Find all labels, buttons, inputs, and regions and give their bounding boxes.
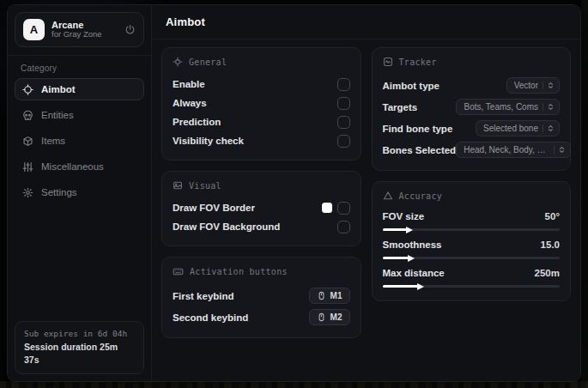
panel-title: Accuracy — [399, 191, 443, 201]
setting-row-draw-fov-background: Draw FOV Background — [173, 217, 350, 236]
enable-checkbox[interactable] — [337, 78, 350, 91]
keyboard-icon — [173, 266, 184, 277]
setting-row-prediction: Prediction — [173, 112, 350, 131]
setting-row-bones-selected: Bones Selected Head, Neck, Body, Pe.. — [383, 139, 561, 161]
fov-size-slider[interactable] — [383, 228, 561, 231]
slider-fill[interactable] — [383, 285, 418, 288]
focus-icon — [173, 57, 183, 67]
sidebar-item-label: Items — [41, 136, 65, 146]
subscription-card: Sub expires in 6d 04h Session duration 2… — [15, 321, 144, 374]
sidebar-item-label: Aimbot — [41, 84, 76, 94]
sidebar-item-settings[interactable]: Settings — [15, 181, 144, 203]
setting-label: Smoothness — [383, 239, 442, 250]
visibility-check-checkbox[interactable] — [337, 135, 350, 148]
session-duration-text: Session duration 25m 37s — [24, 341, 135, 368]
setting-row-first-keybind: First keybind M1 — [173, 285, 350, 306]
sidebar-item-aimbot[interactable]: Aimbot — [15, 78, 144, 100]
gear-icon — [22, 187, 33, 198]
setting-row-second-keybind: Second keybind M2 — [173, 306, 350, 328]
chevrons-up-down-icon — [543, 103, 555, 111]
game-background-strip — [0, 381, 588, 388]
sidebar-nav: Aimbot Entities Items — [8, 78, 151, 203]
setting-row-targets: Targets Bots, Teams, Coms — [383, 96, 561, 118]
slider-value: 15.0 — [541, 239, 560, 250]
panel-tracker: Tracker Aimbot type Vector — [372, 47, 572, 171]
slider-block-max-distance: Max distance 250m — [383, 265, 561, 288]
activity-icon — [383, 57, 393, 67]
skull-icon — [22, 110, 33, 121]
dropdown-value: Selected bone — [483, 124, 538, 133]
second-keybind-button[interactable]: M2 — [309, 309, 350, 325]
sidebar-item-items[interactable]: Items — [15, 130, 144, 152]
first-keybind-button[interactable]: M1 — [309, 288, 350, 304]
draw-fov-border-checkbox[interactable] — [337, 202, 350, 215]
panel-title: Visual — [189, 181, 221, 191]
setting-label: Bones Selected — [383, 145, 457, 155]
always-checkbox[interactable] — [337, 97, 350, 110]
mouse-icon — [317, 312, 326, 322]
app-logo: A — [23, 19, 45, 40]
max-distance-slider[interactable] — [383, 285, 561, 288]
setting-label: Targets — [383, 102, 418, 112]
package-icon — [22, 136, 33, 147]
setting-row-draw-fov-border: Draw FOV Border — [173, 198, 350, 217]
crosshair-icon — [22, 84, 33, 95]
game-background-edge — [581, 0, 588, 388]
slider-value: 250m — [535, 268, 560, 278]
dropdown-value: Vector — [514, 81, 538, 90]
prediction-checkbox[interactable] — [337, 116, 350, 129]
sidebar: A Arcane for Gray Zone Category Aimbot — [8, 5, 152, 381]
setting-row-find-bone-type: Find bone type Selected bone — [383, 118, 561, 139]
keybind-value: M1 — [330, 291, 342, 300]
sidebar-item-miscellaneous[interactable]: Miscellaneous — [15, 155, 144, 178]
setting-label: Second keybind — [173, 312, 248, 323]
slider-fill[interactable] — [383, 228, 408, 231]
draw-fov-background-checkbox[interactable] — [337, 221, 350, 233]
panel-title: Activation buttons — [190, 267, 288, 276]
setting-row-visibility-check: Visibility check — [173, 131, 350, 150]
sidebar-item-label: Miscellaneous — [41, 161, 104, 172]
sub-expires-text: Sub expires in 6d 04h — [24, 328, 135, 340]
panel-title: Tracker — [399, 58, 437, 67]
chevrons-up-down-icon — [543, 124, 555, 132]
slider-fill[interactable] — [383, 257, 409, 259]
panel-title: General — [189, 58, 227, 67]
keybind-value: M2 — [330, 312, 342, 322]
setting-label: Visibility check — [173, 136, 244, 146]
bones-selected-dropdown[interactable]: Head, Neck, Body, Pe.. — [456, 142, 571, 158]
aimbot-type-dropdown[interactable]: Vector — [506, 77, 560, 94]
find-bone-type-dropdown[interactable]: Selected bone — [476, 120, 560, 136]
chevrons-up-down-icon — [543, 82, 555, 89]
panel-general: General Enable Always Prediction — [161, 47, 361, 161]
power-icon[interactable] — [124, 24, 136, 35]
smoothness-slider[interactable] — [383, 257, 561, 259]
setting-label: Find bone type — [383, 124, 453, 134]
main-area: Aimbot General Enable — [152, 5, 580, 381]
panel-visual: Visual Draw FOV Border Draw FOV Backgrou… — [161, 171, 361, 246]
dropdown-value: Head, Neck, Body, Pe.. — [464, 145, 549, 155]
slider-block-fov-size: FOV size 50° — [383, 209, 561, 231]
triangle-icon — [383, 191, 393, 201]
app-header-card: A Arcane for Gray Zone — [15, 12, 144, 47]
fov-border-color-swatch[interactable] — [322, 203, 332, 213]
setting-label: Always — [173, 98, 207, 108]
setting-row-always: Always — [173, 94, 350, 112]
setting-label: Prediction — [173, 117, 221, 127]
setting-label: Enable — [173, 79, 205, 89]
setting-label: FOV size — [383, 211, 425, 221]
image-icon — [173, 180, 183, 191]
setting-label: Draw FOV Border — [173, 203, 255, 213]
dropdown-value: Bots, Teams, Coms — [464, 102, 538, 112]
app-name-block: Arcane for Gray Zone — [52, 20, 118, 40]
setting-row-enable: Enable — [173, 75, 350, 94]
slider-value: 50° — [545, 211, 560, 221]
setting-label: First keybind — [173, 291, 234, 301]
sidebar-item-entities[interactable]: Entities — [15, 104, 144, 126]
mouse-icon — [317, 291, 326, 300]
setting-row-aimbot-type: Aimbot type Vector — [383, 75, 561, 96]
category-label: Category — [8, 56, 151, 78]
targets-dropdown[interactable]: Bots, Teams, Coms — [456, 99, 560, 115]
slider-block-smoothness: Smoothness 15.0 — [383, 237, 561, 259]
sidebar-item-label: Settings — [41, 187, 77, 197]
panel-activation-buttons: Activation buttons First keybind M1 — [161, 257, 361, 338]
